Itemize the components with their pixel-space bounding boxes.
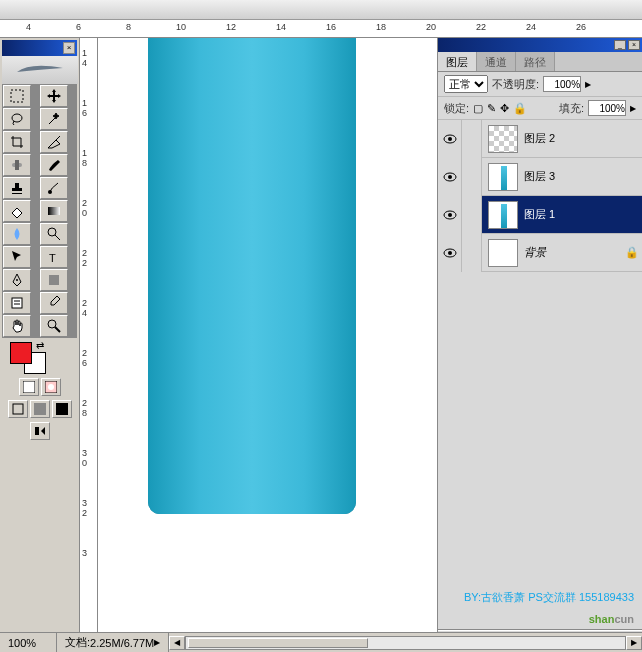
layer-row[interactable]: 背景 🔒 — [438, 234, 642, 272]
layer-row[interactable]: 图层 1 — [438, 196, 642, 234]
minimize-icon[interactable]: _ — [614, 40, 626, 50]
scroll-thumb[interactable] — [188, 638, 368, 648]
doc-size-value: 2.25M/6.77M — [90, 637, 154, 649]
lock-pixels-icon[interactable]: ✎ — [487, 102, 496, 115]
svg-point-27 — [448, 251, 452, 255]
dodge-tool[interactable] — [40, 223, 68, 245]
tab-paths[interactable]: 路径 — [516, 52, 555, 71]
lock-label: 锁定: — [444, 101, 469, 116]
foreground-color-swatch[interactable] — [10, 342, 32, 364]
gradient-tool[interactable] — [40, 200, 68, 222]
lasso-tool[interactable] — [3, 108, 31, 130]
horizontal-scrollbar[interactable]: ◀ ▶ — [169, 635, 642, 651]
jump-to-imageready-button[interactable] — [30, 422, 50, 440]
link-cell[interactable] — [462, 196, 482, 234]
canvas[interactable] — [98, 38, 437, 652]
layer-name[interactable]: 图层 1 — [524, 207, 642, 222]
svg-point-4 — [48, 190, 52, 194]
standard-mode-button[interactable] — [19, 378, 39, 396]
svg-rect-10 — [12, 298, 22, 308]
svg-rect-17 — [13, 404, 23, 414]
watermark: BY:古欲香萧 PS交流群 155189433 shancun — [464, 590, 634, 628]
hand-tool[interactable] — [3, 315, 31, 337]
layer-name[interactable]: 图层 2 — [524, 131, 642, 146]
close-icon[interactable]: × — [63, 42, 75, 54]
color-picker[interactable]: ⇄ — [2, 338, 77, 376]
visibility-toggle[interactable] — [438, 158, 462, 196]
opacity-input[interactable] — [543, 76, 581, 92]
swap-colors-icon[interactable]: ⇄ — [36, 340, 44, 351]
lock-all-icon[interactable]: 🔒 — [513, 102, 527, 115]
link-cell[interactable] — [462, 120, 482, 158]
link-cell[interactable] — [462, 234, 482, 272]
svg-point-21 — [448, 137, 452, 141]
brush-tool[interactable] — [40, 154, 68, 176]
doc-size-label: 文档: — [65, 635, 90, 650]
layer-name[interactable]: 背景 — [524, 245, 622, 260]
svg-point-13 — [48, 320, 56, 328]
screen-full-button[interactable] — [52, 400, 72, 418]
stamp-tool[interactable] — [3, 177, 31, 199]
lock-position-icon[interactable]: ✥ — [500, 102, 509, 115]
scroll-left-button[interactable]: ◀ — [169, 636, 185, 650]
layer-thumbnail — [488, 239, 518, 267]
fill-flyout-icon[interactable]: ▶ — [630, 104, 636, 113]
layer-thumbnail — [488, 201, 518, 229]
visibility-toggle[interactable] — [438, 120, 462, 158]
screen-full-menubar-button[interactable] — [30, 400, 50, 418]
scroll-right-button[interactable]: ▶ — [626, 636, 642, 650]
fill-label: 填充: — [559, 101, 584, 116]
slice-tool[interactable] — [40, 131, 68, 153]
svg-point-6 — [48, 228, 56, 236]
fill-input[interactable] — [588, 100, 626, 116]
eyedropper-tool[interactable] — [40, 292, 68, 314]
layer-name[interactable]: 图层 3 — [524, 169, 642, 184]
notes-tool[interactable] — [3, 292, 31, 314]
marquee-tool[interactable] — [3, 85, 31, 107]
eraser-tool[interactable] — [3, 200, 31, 222]
svg-rect-0 — [11, 90, 23, 102]
svg-rect-5 — [48, 207, 60, 215]
blur-tool[interactable] — [3, 223, 31, 245]
zoom-input[interactable] — [8, 637, 48, 649]
close-icon[interactable]: × — [628, 40, 640, 50]
layer-row[interactable]: 图层 3 — [438, 158, 642, 196]
visibility-toggle[interactable] — [438, 196, 462, 234]
panel-header: _ × — [438, 38, 642, 52]
type-tool[interactable]: T — [40, 246, 68, 268]
tab-channels[interactable]: 通道 — [477, 52, 516, 71]
toolbox-header: × — [2, 40, 77, 56]
artwork-cylinder — [148, 38, 356, 514]
photoshop-logo — [2, 56, 78, 84]
move-tool[interactable] — [40, 85, 68, 107]
lock-transparency-icon[interactable]: ▢ — [473, 102, 483, 115]
blend-mode-select[interactable]: 正常 — [444, 75, 488, 93]
zoom-tool[interactable] — [40, 315, 68, 337]
svg-point-16 — [48, 384, 54, 390]
path-select-tool[interactable] — [3, 246, 31, 268]
visibility-toggle[interactable] — [438, 234, 462, 272]
link-cell[interactable] — [462, 158, 482, 196]
layer-row[interactable]: 图层 2 — [438, 120, 642, 158]
svg-rect-18 — [34, 403, 46, 415]
layer-thumbnail — [488, 125, 518, 153]
svg-rect-14 — [23, 381, 35, 393]
horizontal-ruler: 4 6 8 10 12 14 16 18 20 22 24 26 — [0, 20, 642, 38]
quickmask-mode-button[interactable] — [41, 378, 61, 396]
heal-tool[interactable] — [3, 154, 31, 176]
lock-icon: 🔒 — [622, 246, 642, 259]
screen-standard-button[interactable] — [8, 400, 28, 418]
svg-rect-3 — [15, 160, 19, 170]
svg-rect-9 — [49, 275, 59, 285]
panel-tabs: 图层 通道 路径 — [438, 52, 642, 72]
layer-thumbnail — [488, 163, 518, 191]
tab-layers[interactable]: 图层 — [438, 52, 477, 71]
history-brush-tool[interactable] — [40, 177, 68, 199]
wand-tool[interactable] — [40, 108, 68, 130]
doc-info-flyout-icon[interactable]: ▶ — [154, 638, 160, 647]
crop-tool[interactable] — [3, 131, 31, 153]
pen-tool[interactable] — [3, 269, 31, 291]
shape-tool[interactable] — [40, 269, 68, 291]
menubar — [0, 0, 642, 20]
opacity-flyout-icon[interactable]: ▶ — [585, 80, 591, 89]
